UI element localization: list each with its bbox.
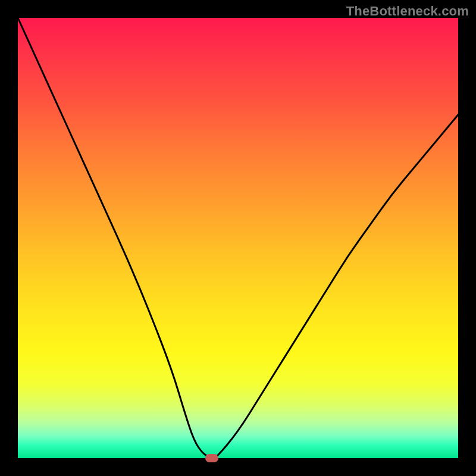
watermark-text: TheBottleneck.com bbox=[346, 4, 469, 19]
curve-path bbox=[18, 18, 458, 458]
bottleneck-curve bbox=[18, 18, 458, 458]
optimum-marker bbox=[205, 454, 218, 462]
chart-frame: TheBottleneck.com bbox=[0, 0, 476, 476]
plot-area bbox=[18, 18, 458, 458]
